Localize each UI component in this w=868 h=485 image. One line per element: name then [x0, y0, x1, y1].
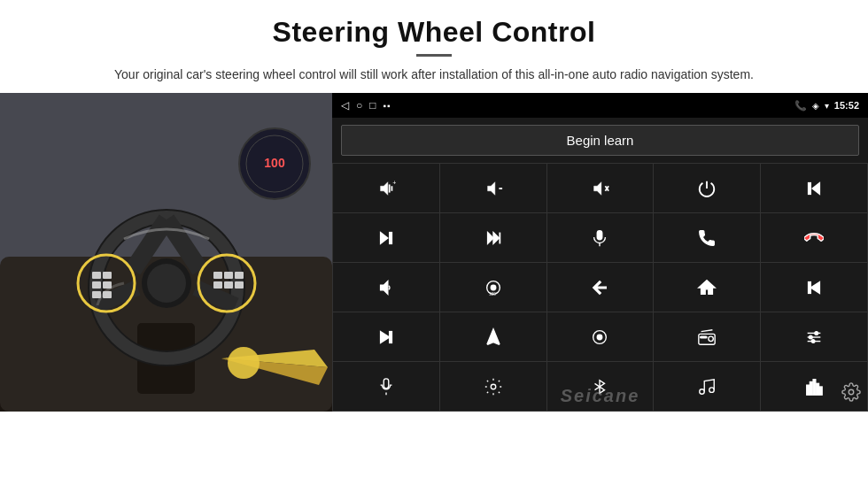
equalizer-button[interactable]: [761, 312, 867, 361]
svg-rect-70: [817, 383, 819, 395]
svg-rect-38: [809, 182, 811, 194]
svg-rect-50: [809, 281, 811, 293]
svg-marker-39: [380, 232, 387, 243]
svg-rect-21: [213, 272, 222, 279]
svg-rect-52: [390, 331, 392, 343]
svg-rect-23: [235, 272, 244, 279]
bluetooth-button[interactable]: [547, 362, 654, 411]
svg-text:100: 100: [264, 156, 285, 170]
recents-nav-icon[interactable]: □: [369, 99, 376, 112]
svg-rect-17: [92, 281, 101, 289]
svg-point-56: [709, 336, 714, 342]
svg-point-12: [147, 264, 186, 303]
svg-marker-51: [380, 331, 389, 343]
camera360-button[interactable]: 360°: [440, 263, 546, 312]
svg-point-54: [598, 335, 603, 340]
svg-rect-15: [92, 272, 101, 279]
power-button[interactable]: [654, 164, 760, 212]
svg-text:360°: 360°: [489, 292, 498, 296]
svg-point-72: [849, 389, 854, 395]
android-panel: ◁ ○ □ ▪▪ 📞 ◈ ▾ 15:52 Begin learn: [332, 93, 868, 412]
svg-point-64: [491, 384, 496, 389]
begin-learn-button[interactable]: Begin learn: [341, 125, 859, 156]
status-bar: ◁ ○ □ ▪▪ 📞 ◈ ▾ 15:52: [332, 93, 868, 118]
svg-rect-55: [699, 334, 715, 344]
vol-up-button[interactable]: +: [333, 164, 439, 212]
svg-rect-68: [810, 381, 813, 395]
status-bar-left: ◁ ○ □ ▪▪: [341, 99, 391, 112]
radio-button[interactable]: [654, 312, 760, 361]
home-nav-button[interactable]: [654, 263, 760, 312]
svg-marker-37: [812, 182, 819, 194]
svg-point-61: [810, 335, 813, 339]
svg-rect-67: [807, 385, 810, 395]
svg-rect-24: [213, 281, 222, 289]
prev-track-button[interactable]: [761, 164, 867, 212]
svg-point-65: [700, 389, 705, 394]
subtitle-text: Your original car's steering wheel contr…: [53, 65, 815, 84]
svg-rect-20: [103, 291, 112, 298]
media-source-button[interactable]: [547, 312, 654, 361]
page-title: Steering Wheel Control: [53, 16, 815, 49]
svg-rect-25: [224, 281, 233, 289]
header-section: Steering Wheel Control Your original car…: [0, 0, 868, 93]
status-bar-right: 📞 ◈ ▾ 15:52: [794, 100, 859, 112]
car-image-panel: 100: [0, 93, 332, 412]
page-wrapper: Steering Wheel Control Your original car…: [0, 0, 868, 485]
navigate-button[interactable]: [440, 312, 546, 361]
title-divider: [416, 54, 452, 57]
back-nav-button[interactable]: [547, 263, 654, 312]
svg-marker-42: [493, 232, 499, 243]
status-time: 15:52: [834, 100, 859, 111]
svg-rect-18: [103, 281, 112, 289]
svg-point-66: [709, 387, 715, 392]
svg-point-63: [811, 339, 815, 343]
svg-rect-22: [224, 272, 233, 279]
svg-marker-49: [810, 281, 819, 293]
svg-rect-16: [103, 272, 112, 279]
settings3-button[interactable]: [440, 362, 546, 411]
home-nav-icon[interactable]: ○: [356, 99, 362, 112]
hang-up-button[interactable]: [761, 213, 867, 262]
mute-button[interactable]: [547, 164, 654, 212]
skip-next2-button[interactable]: [333, 312, 439, 361]
svg-point-30: [228, 347, 260, 379]
begin-learn-row: Begin learn: [332, 118, 868, 163]
svg-rect-26: [235, 281, 244, 289]
vol-down-button[interactable]: [440, 164, 546, 212]
svg-rect-44: [598, 230, 603, 239]
speaker-button[interactable]: [333, 263, 439, 312]
next-track-button[interactable]: [333, 213, 439, 262]
back-nav-icon[interactable]: ◁: [341, 99, 349, 112]
svg-rect-19: [92, 291, 101, 298]
svg-text:+: +: [392, 179, 396, 187]
mic-button[interactable]: [547, 213, 654, 262]
svg-rect-71: [820, 387, 823, 395]
svg-rect-69: [813, 379, 816, 394]
phone-status-icon: 📞: [794, 100, 807, 112]
wifi-status-icon: ▾: [825, 101, 829, 111]
mic2-button[interactable]: [333, 362, 439, 411]
music-button[interactable]: [654, 362, 760, 411]
fast-fwd-button[interactable]: [440, 213, 546, 262]
svg-marker-41: [487, 232, 492, 243]
svg-point-47: [491, 285, 496, 290]
svg-point-62: [815, 331, 818, 335]
signal-bars: ▪▪: [384, 101, 391, 111]
svg-rect-40: [390, 232, 392, 243]
location-status-icon: ◈: [812, 101, 819, 111]
controls-grid: +: [332, 163, 868, 412]
content-area: 100 ◁ ○ □ ▪▪ 📞 ◈ ▾: [0, 93, 868, 485]
phone-call-button[interactable]: [654, 213, 760, 262]
svg-rect-57: [701, 336, 707, 338]
skip-back2-button[interactable]: [761, 263, 867, 312]
settings-gear-icon[interactable]: [841, 382, 861, 406]
